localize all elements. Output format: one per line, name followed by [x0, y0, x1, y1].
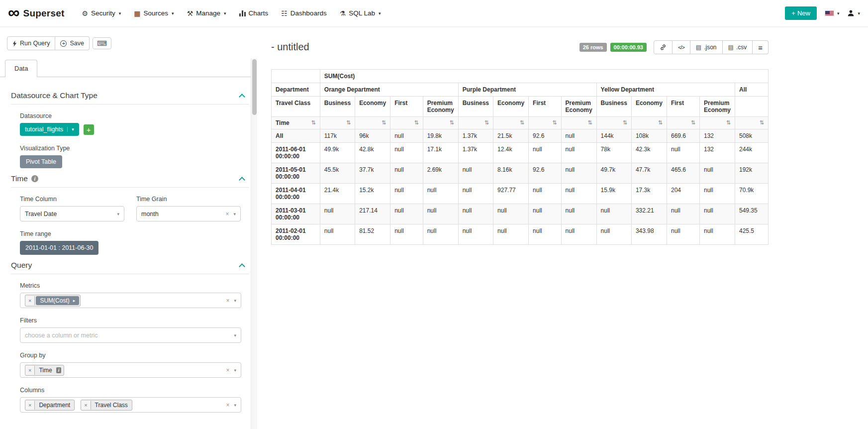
pivot-cell: 17.1k — [423, 143, 458, 163]
pivot-data-row: 2011-02-01 00:00:00null81.52nullnullnull… — [272, 224, 769, 245]
pivot-data-row: All117k96knull19.8k1.37k21.5k92.6null144… — [272, 129, 769, 143]
remove-icon[interactable]: × — [25, 401, 35, 410]
sortable-header[interactable]: ⇅ — [390, 117, 423, 129]
share-link-button[interactable] — [654, 40, 673, 54]
add-datasource-button[interactable]: + — [84, 124, 94, 135]
datasource-select[interactable]: tutorial_flights ▾ — [20, 123, 79, 136]
pivot-cell: 45.5k — [320, 163, 355, 184]
sortable-header[interactable]: Time⇅ — [272, 117, 320, 129]
divider — [11, 187, 249, 188]
run-query-button[interactable]: Run Query — [7, 36, 55, 50]
subcol-dim-header: Travel Class — [272, 97, 320, 117]
subcol-header: Premium Economy — [700, 97, 735, 117]
dashboard-icon: ☷ — [281, 10, 288, 17]
pivot-cell: 47.7k — [631, 163, 667, 184]
export-csv-button[interactable]: ▤ .csv — [723, 40, 753, 54]
sortable-header[interactable]: ⇅ — [355, 117, 390, 129]
column-chip[interactable]: × Travel Class — [81, 400, 132, 411]
pivot-cell: null — [667, 143, 699, 163]
panel-scrollbar[interactable] — [251, 58, 257, 429]
more-options-button[interactable]: ≡ — [753, 40, 769, 54]
superset-brand[interactable]: ∞ Superset — [8, 6, 64, 20]
sortable-header[interactable]: ⇅ — [423, 117, 458, 129]
export-json-button[interactable]: ▤ .json — [690, 40, 723, 54]
user-dropdown[interactable]: ▾ — [847, 9, 860, 17]
clear-icon[interactable]: × — [226, 402, 229, 409]
nav-item-sources[interactable]: ▦ Sources ▾ — [127, 4, 180, 22]
clear-icon[interactable]: × — [225, 211, 229, 217]
section-header-time[interactable]: Time i — [11, 174, 249, 183]
remove-icon[interactable]: × — [81, 401, 91, 410]
viz-type-select[interactable]: Pivot Table — [20, 155, 62, 168]
time-grain-select[interactable]: month × ▾ — [136, 206, 241, 221]
sortable-header[interactable]: ⇅ — [735, 117, 769, 129]
sortable-header[interactable]: ⇅ — [529, 117, 562, 129]
clear-icon[interactable]: × — [226, 367, 229, 374]
pivot-cell: 81.52 — [355, 224, 390, 245]
pivot-cell: null — [561, 184, 596, 204]
nav-item-sql-lab[interactable]: ⚗ SQL Lab ▾ — [333, 4, 387, 22]
pivot-cell: null — [700, 163, 735, 184]
sortable-header[interactable]: ⇅ — [667, 117, 699, 129]
table-icon: ▦ — [134, 10, 140, 17]
metrics-select[interactable]: × SUM(Cost) ▸ × ▾ — [20, 293, 241, 308]
section-header-query[interactable]: Query — [11, 261, 249, 270]
pivot-cell: 19.8k — [423, 129, 458, 143]
col-group-header: Orange Department — [320, 83, 458, 97]
save-button[interactable]: + Save — [55, 36, 90, 50]
nav-item-security[interactable]: ⚙ Security ▾ — [75, 4, 127, 22]
metric-chip[interactable]: × SUM(Cost) ▸ — [25, 295, 81, 307]
pivot-cell: null — [561, 224, 596, 245]
groupby-chip[interactable]: × Time i — [25, 365, 64, 376]
caret-down-icon: ▾ — [379, 11, 381, 16]
pivot-cell: null — [493, 224, 529, 245]
pivot-cell: null — [458, 163, 493, 184]
pivot-cell: null — [596, 224, 631, 245]
groupby-select[interactable]: × Time i × ▾ — [20, 362, 241, 378]
filters-select[interactable]: choose a column or metric ▾ — [20, 327, 241, 343]
section-header-datasource[interactable]: Datasource & Chart Type — [11, 91, 249, 100]
explore-control-panel: Run Query + Save ⌨ Data Datasource & Cha… — [0, 27, 257, 429]
remove-icon[interactable]: × — [25, 296, 35, 305]
sortable-header[interactable]: ⇅ — [631, 117, 667, 129]
pivot-cell: 343.98 — [631, 224, 667, 245]
pivot-data-row: 2011-04-01 00:00:0021.4k15.2knullnullnul… — [272, 184, 769, 204]
sortable-header[interactable]: ⇅ — [458, 117, 493, 129]
pivot-colgroup-row: DepartmentOrange DepartmentPurple Depart… — [272, 83, 769, 97]
nav-item-dashboards[interactable]: ☷ Dashboards — [275, 4, 333, 22]
time-column-select[interactable]: Travel Date ▾ — [20, 206, 124, 221]
keyboard-shortcuts-button[interactable]: ⌨ — [93, 37, 111, 49]
chart-title[interactable]: - untitled — [271, 41, 309, 53]
new-button[interactable]: +New — [785, 6, 817, 20]
pivot-cell: 12.4k — [493, 143, 529, 163]
nav-label: Dashboards — [290, 9, 327, 17]
column-chip[interactable]: × Department — [25, 400, 75, 411]
sortable-header[interactable]: ⇅ — [596, 117, 631, 129]
sortable-header[interactable]: ⇅ — [700, 117, 735, 129]
nav-label: Security — [91, 9, 115, 17]
pivot-cell: null — [423, 224, 458, 245]
sortable-header[interactable]: ⇅ — [493, 117, 529, 129]
sort-icon: ⇅ — [346, 119, 351, 126]
subcol-header: First — [390, 97, 423, 117]
nav-item-manage[interactable]: ⚒ Manage ▾ — [181, 4, 233, 22]
time-range-button[interactable]: 2011-01-01 : 2011-06-30 — [20, 241, 98, 255]
tab-data[interactable]: Data — [5, 60, 37, 77]
view-query-button[interactable]: </> — [673, 40, 690, 54]
pivot-cell: 132 — [700, 143, 735, 163]
nav-item-charts[interactable]: Charts — [233, 4, 275, 22]
remove-icon[interactable]: × — [25, 366, 35, 375]
sort-icon: ⇅ — [311, 119, 316, 126]
scrollbar-thumb[interactable] — [252, 59, 257, 115]
sort-icon: ⇅ — [449, 119, 454, 126]
clear-icon[interactable]: × — [226, 297, 229, 304]
columns-select[interactable]: × Department × Travel Class × ▾ — [20, 397, 241, 413]
language-dropdown[interactable]: ▾ — [825, 10, 840, 16]
row-label: 2011-06-01 00:00:00 — [272, 143, 320, 163]
sort-icon: ⇅ — [520, 119, 524, 126]
sortable-header[interactable]: ⇅ — [320, 117, 355, 129]
sortable-header[interactable]: ⇅ — [561, 117, 596, 129]
pivot-cell: null — [390, 163, 423, 184]
gear-icon: ⚙ — [82, 10, 88, 17]
caret-down-icon: ▾ — [224, 11, 226, 16]
